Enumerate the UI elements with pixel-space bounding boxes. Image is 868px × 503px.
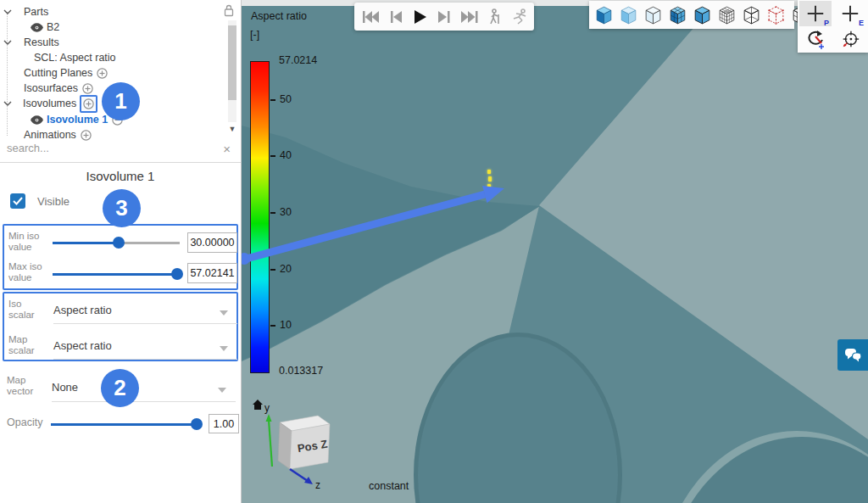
pick-element-button[interactable]: E	[834, 1, 866, 26]
set-rotation-center-button[interactable]	[834, 27, 866, 53]
iso-scalar-select[interactable]: Aspect ratio	[53, 304, 112, 316]
step-forward-button[interactable]	[436, 7, 453, 27]
min-iso-slider[interactable]	[53, 237, 180, 249]
legend-title: Aspect ratio	[251, 10, 307, 22]
tree-item-label: Results	[24, 36, 59, 48]
iso-value-group-highlight: Min isovalue Max isovalue	[3, 224, 238, 290]
wireframe-cube-icon[interactable]	[740, 4, 763, 25]
free-rotate-button[interactable]	[799, 27, 832, 53]
chat-bubbles-icon	[844, 348, 862, 362]
legend-max-value: 57.0214	[279, 54, 317, 66]
max-iso-slider-thumb[interactable]	[171, 268, 183, 280]
map-scalar-label: Mapscalar	[8, 334, 35, 356]
scroll-down-arrow-icon[interactable]: ▼	[228, 124, 236, 134]
step-back-button[interactable]	[387, 7, 404, 27]
solid-shaded-cube-icon[interactable]	[593, 4, 615, 25]
opacity-slider[interactable]	[51, 418, 201, 430]
add-plus-icon[interactable]	[82, 83, 93, 94]
full-mesh-cube-icon[interactable]	[715, 4, 738, 25]
chat-feedback-button[interactable]	[837, 339, 868, 371]
legend-tick-label: 10	[280, 319, 292, 331]
scalar-group-highlight: Isoscalar Aspect ratio Mapscalar Aspect …	[3, 292, 238, 361]
tree-item-scl-aspect-ratio[interactable]: SCL: Aspect ratio	[0, 50, 116, 65]
chevron-down-icon[interactable]	[3, 9, 12, 14]
tree-item-parts[interactable]: Parts	[0, 4, 48, 20]
isovolume-result-dot	[487, 184, 491, 189]
tree-item-isosurfaces[interactable]: Isosurfaces	[0, 81, 93, 96]
nav-cube-widget[interactable]: y Pos Z z	[242, 386, 352, 503]
run-animation-button[interactable]	[510, 7, 529, 27]
slider-fill	[51, 423, 197, 426]
tree-item-label: Parts	[24, 6, 48, 18]
chevron-down-icon[interactable]	[220, 310, 228, 316]
y-axis-arrowhead	[266, 414, 272, 422]
slider-fill	[53, 242, 119, 244]
panel-title: Isovolume 1	[0, 169, 241, 183]
shaded-mesh-cube-icon[interactable]	[666, 4, 689, 25]
tree-item-label: Isosurfaces	[24, 82, 78, 94]
field-underline	[53, 359, 237, 360]
annotation-step-3-badge: 3	[103, 189, 141, 227]
chevron-down-icon[interactable]	[3, 101, 12, 106]
home-icon[interactable]	[253, 400, 263, 410]
checkmark-icon	[13, 197, 23, 205]
flat-shaded-cube-icon[interactable]	[691, 4, 714, 25]
playback-toolbar	[354, 3, 534, 31]
tree-item-isovolume-1[interactable]: Isovolume 1	[0, 112, 123, 127]
annotation-step-2-badge: 2	[101, 369, 139, 407]
max-iso-slider[interactable]	[53, 268, 180, 280]
skip-to-end-button[interactable]	[459, 7, 481, 27]
field-underline	[52, 401, 236, 402]
add-isovolume-plus-icon[interactable]	[83, 98, 94, 109]
hidden-line-cube-icon[interactable]	[642, 4, 665, 25]
slider-fill	[53, 273, 177, 276]
skip-to-start-button[interactable]	[359, 7, 381, 27]
opacity-value-input[interactable]	[209, 414, 239, 433]
play-button[interactable]	[410, 7, 429, 27]
rotate-icon	[804, 29, 826, 51]
add-plus-icon[interactable]	[97, 68, 108, 79]
max-iso-value-input[interactable]	[187, 263, 237, 283]
field-underline	[53, 323, 237, 324]
lock-icon[interactable]	[224, 4, 234, 20]
axis-y-label: y	[264, 402, 270, 414]
tree-item-b2[interactable]: B2	[0, 20, 59, 35]
isovolume-result-dot	[487, 170, 491, 174]
legend-tick	[270, 212, 275, 214]
chevron-down-icon[interactable]	[218, 388, 226, 393]
map-vector-label: Mapvector	[7, 375, 33, 397]
pick-part-button[interactable]: P	[799, 1, 832, 26]
search-input[interactable]	[7, 142, 202, 154]
tree-item-label: B2	[47, 21, 59, 33]
eye-visibility-icon[interactable]	[31, 115, 43, 125]
axis-z-label: z	[315, 479, 320, 491]
min-iso-slider-thumb[interactable]	[113, 237, 125, 249]
tree-item-cutting-planes[interactable]: Cutting Planes	[0, 65, 108, 81]
nav-cube-left-face[interactable]	[278, 422, 292, 469]
legend-tick	[270, 155, 275, 157]
tree-scrollbar-thumb[interactable]	[228, 25, 236, 100]
pick-part-letter: P	[824, 19, 829, 27]
tree-item-results[interactable]: Results	[0, 35, 59, 50]
min-iso-value-input[interactable]	[187, 232, 237, 253]
chevron-down-icon[interactable]	[3, 40, 12, 45]
color-legend-bar[interactable]	[250, 61, 270, 373]
translucent-cube-icon[interactable]	[617, 4, 640, 25]
tree-item-label: Isovolumes	[23, 98, 76, 109]
search-clear-icon[interactable]: ×	[223, 142, 231, 156]
tree-item-isovolumes[interactable]: Isovolumes	[0, 96, 97, 111]
crosshair-icon	[840, 3, 860, 24]
visible-checkbox[interactable]	[10, 193, 25, 209]
legend-tick-label: 20	[280, 263, 292, 275]
3d-viewport[interactable]: Aspect ratio [-] 57.0214 50 40 30 20 10 …	[242, 0, 868, 503]
feature-lines-cube-icon[interactable]	[765, 4, 787, 25]
pick-element-letter: E	[859, 19, 864, 27]
chevron-down-icon[interactable]	[220, 346, 228, 351]
z-axis-arrow	[290, 469, 308, 481]
opacity-slider-thumb[interactable]	[191, 418, 203, 430]
walk-animation-button[interactable]	[487, 7, 504, 27]
eye-visibility-icon[interactable]	[31, 23, 43, 32]
map-scalar-select[interactable]: Aspect ratio	[53, 339, 112, 352]
opacity-label: Opacity	[7, 417, 42, 428]
map-vector-select[interactable]: None	[52, 381, 78, 394]
